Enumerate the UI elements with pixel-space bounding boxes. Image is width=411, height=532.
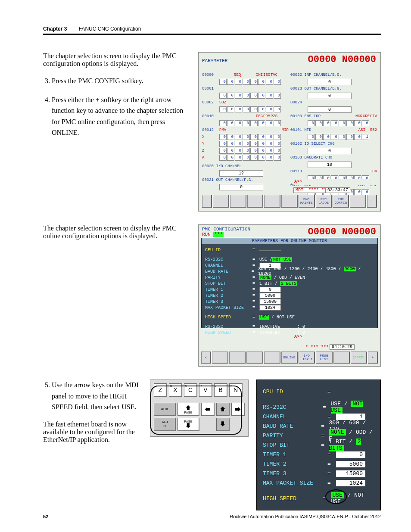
p-00021: 00021 OUT CHANNEL/F.G. xyxy=(202,178,253,182)
p-00101: 00101 NFD xyxy=(290,128,311,132)
online-monitor-title: PARAMETERS FOR ONLINE MONITOR xyxy=(202,238,377,244)
s2-sk-3[interactable] xyxy=(246,352,263,364)
s2-sk-1[interactable] xyxy=(212,352,228,364)
axis-x: X xyxy=(202,135,219,139)
p-00100-cells[interactable]: 00000000 xyxy=(308,120,369,126)
p-00010-cells[interactable]: 00000000 xyxy=(219,120,281,126)
input-line[interactable]: A>^ xyxy=(293,179,377,185)
axis-y-cells[interactable]: 00000000 xyxy=(219,141,281,147)
p-00020-val[interactable]: 1? xyxy=(219,170,263,177)
config-value[interactable]: USE / NOT USE xyxy=(259,315,295,320)
s2-input-line[interactable]: A>^ xyxy=(293,334,378,340)
detail-value[interactable]: 1024 xyxy=(336,480,365,486)
config-line-7: TIMER 1=0 xyxy=(205,286,374,292)
p-00024: 00024 xyxy=(290,100,302,105)
p-00000-cells[interactable]: 00000000 xyxy=(219,79,281,85)
config-value[interactable]: USE /NOT USE xyxy=(259,257,292,262)
detail-label: TIMER 1 xyxy=(263,451,327,458)
col-seq: SEQ xyxy=(234,73,241,77)
axis-a: A xyxy=(202,156,219,160)
detail-value[interactable]: 15000 xyxy=(336,470,365,477)
detail-value[interactable]: 1 BIT / 2 BITS xyxy=(329,439,374,451)
config-label: HIGH SPEED xyxy=(205,315,252,320)
col-pzs: PZS xyxy=(271,114,277,118)
s2-sk-iolink[interactable]: I/O Link i xyxy=(299,352,315,364)
p-00023-val[interactable]: 0 xyxy=(308,93,352,99)
config-value[interactable] xyxy=(259,248,281,252)
detail-value[interactable]: 1 xyxy=(336,414,365,420)
detail-label: CHANNEL xyxy=(263,414,327,420)
axis-x-cells[interactable]: 00000000 xyxy=(219,134,281,140)
detail-label: TIMER 2 xyxy=(263,461,327,467)
s2-sk-proglist[interactable]: PROG LIST xyxy=(316,352,332,364)
p-00010: 00010 xyxy=(202,114,219,118)
axis-a-cells[interactable]: 00000000 xyxy=(219,155,281,161)
sk-1[interactable] xyxy=(213,195,229,208)
p-00022-val[interactable]: 0 xyxy=(308,79,352,85)
config-value[interactable]: 0 xyxy=(259,287,281,292)
page-footer: 52 Rockwell Automation Publication IASIM… xyxy=(43,514,381,519)
publication: Rockwell Automation Publication IASIMP-Q… xyxy=(230,514,381,519)
s2-sk-plus[interactable]: + xyxy=(368,352,378,364)
col-tvc: TVC xyxy=(271,73,277,77)
config-label: HIGH SPEED xyxy=(205,330,252,335)
sk-left[interactable] xyxy=(202,195,212,208)
detail-value[interactable]: 5000 xyxy=(336,461,365,467)
sk-9[interactable] xyxy=(350,195,366,208)
p-00001-cells[interactable]: 00000000 xyxy=(219,93,281,99)
config-value[interactable]: NONE / ODD / EVEN xyxy=(259,275,305,280)
s2-sk-2[interactable] xyxy=(229,352,246,364)
detail-line-7: TIMER 1=0 xyxy=(263,450,374,459)
s2-stars: * *** *** xyxy=(305,345,329,350)
p-00110: 00110 xyxy=(290,169,302,174)
sk-2[interactable] xyxy=(230,195,246,208)
page-number: 52 xyxy=(43,514,48,519)
config-value[interactable]: INACTIVE: 0 xyxy=(259,324,305,329)
program-number: O0000 N00000 xyxy=(308,54,376,65)
p-00023: 00023 OUT CHANNEL/B.G. xyxy=(290,87,342,91)
detail-value[interactable] xyxy=(336,389,365,395)
col-iso: ISO xyxy=(263,73,270,77)
lab-io4: IO4 xyxy=(370,169,377,174)
config-label: MAX PACKET SIZE xyxy=(205,305,252,310)
s2-sk-oprt[interactable]: (OPRT) xyxy=(351,352,367,364)
step-3: Press the PMC CONFIG softkey. xyxy=(52,75,190,87)
axis-z-cells[interactable]: 00000000 xyxy=(219,148,281,154)
config-value[interactable]: 1024 xyxy=(259,305,281,311)
col-pec: PEC xyxy=(256,114,263,118)
config-line-6: STOP BIT=1 BIT / 2 BITS xyxy=(205,280,374,286)
sk-4[interactable] xyxy=(264,195,280,208)
p-00024-val[interactable]: 0 xyxy=(308,106,352,113)
sk-pmc-ladde[interactable]: PMC LADDE xyxy=(316,195,332,208)
detail-value[interactable]: 0 xyxy=(336,451,365,458)
config-label: STOP BIT xyxy=(205,281,252,286)
p-00002-cells[interactable]: 00000000 xyxy=(219,106,281,112)
config-value[interactable]: 1 BIT / 2 BITS xyxy=(259,281,297,286)
s2-sk-8[interactable] xyxy=(333,352,350,364)
lab-asi-1: ASI xyxy=(358,128,365,132)
col-ctv: CTV xyxy=(370,114,377,118)
detail-label: BAUD RATE xyxy=(263,423,321,429)
s2-program-number: O0000 N00000 xyxy=(308,227,376,237)
sk-pmc-config[interactable]: PMC CONFIG xyxy=(333,195,349,208)
detail-label: STOP BIT xyxy=(263,442,321,448)
p-00103-val[interactable]: 10 xyxy=(308,162,352,168)
sk-pmc-mainte[interactable]: PMC MAINTE xyxy=(299,195,315,208)
s2-sk-left[interactable]: < xyxy=(201,352,211,364)
config-value[interactable]: 5000 xyxy=(259,293,281,299)
detail-value[interactable]: USE / NOT USE xyxy=(331,401,374,414)
p-00102-val[interactable]: 0 xyxy=(308,148,352,154)
detail-value[interactable]: USE / NOT USE xyxy=(331,492,374,505)
config-line-12: HIGH SPEED=USE / NOT USE xyxy=(205,314,374,320)
sk-5[interactable] xyxy=(281,195,298,208)
intro-para-2: The chapter selection screen to display … xyxy=(43,224,190,240)
config-value[interactable]: 15000 xyxy=(259,299,281,305)
s2-sk-online[interactable]: ONLINE xyxy=(281,352,298,364)
p-00021-val[interactable]: 0 xyxy=(219,184,263,190)
config-label: RS-232C xyxy=(205,324,252,329)
p-00101-cells[interactable]: 00000001 xyxy=(308,134,369,140)
config-label: RS-232C xyxy=(205,257,252,262)
sk-plus[interactable]: + xyxy=(367,195,377,208)
s2-sk-4[interactable] xyxy=(264,352,280,364)
sk-3[interactable] xyxy=(247,195,264,208)
